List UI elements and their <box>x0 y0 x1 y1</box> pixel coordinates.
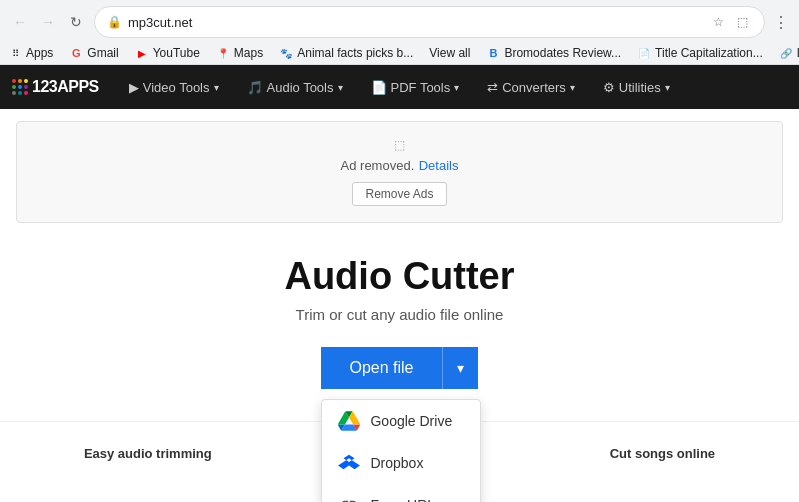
bookmarks-bar: ⠿ Apps G Gmail ▶ YouTube 📍 Maps 🐾 Animal… <box>0 44 799 64</box>
titlecap-favicon: 📄 <box>637 46 651 60</box>
bookmark-animal-label: Animal facts picks b... <box>297 46 413 60</box>
bookmark-youtube[interactable]: ▶ YouTube <box>135 46 200 60</box>
logo-dot-1 <box>12 79 16 83</box>
back-button[interactable]: ← <box>8 10 32 34</box>
bookmark-viewall-label: View all <box>429 46 470 60</box>
bookmark-title-cap[interactable]: 📄 Title Capitalization... <box>637 46 763 60</box>
logo-dot-7 <box>12 91 16 95</box>
bookmark-gmail-label: Gmail <box>87 46 118 60</box>
url-text: mp3cut.net <box>128 15 702 30</box>
remove-ads-button[interactable]: Remove Ads <box>352 182 446 206</box>
bookmark-lesbian-sugar[interactable]: 🔗 Lesbian Sugar Mom... <box>779 46 799 60</box>
address-bar-actions: ☆ ⬚ <box>708 12 752 32</box>
utilities-icon: ⚙ <box>603 80 615 95</box>
bookmark-apps-label: Apps <box>26 46 53 60</box>
bookmark-gmail[interactable]: G Gmail <box>69 46 118 60</box>
logo-dot-8 <box>18 91 22 95</box>
hero-subtitle: Trim or cut any audio file online <box>16 306 783 323</box>
pdf-icon: 📄 <box>371 80 387 95</box>
cast-button[interactable]: ⬚ <box>732 12 752 32</box>
open-file-wrapper: Open file ▾ <box>321 347 477 389</box>
hero-title: Audio Cutter <box>16 255 783 298</box>
refresh-button[interactable]: ↻ <box>64 10 88 34</box>
open-file-btn-group: Open file ▾ <box>321 347 477 389</box>
nav-pdf-tools[interactable]: 📄 PDF Tools ▾ <box>365 76 466 99</box>
logo-dot-9 <box>24 91 28 95</box>
nav-converters[interactable]: ⇄ Converters ▾ <box>481 76 581 99</box>
bookmark-bromodates-label: Bromodates Review... <box>504 46 621 60</box>
youtube-favicon: ▶ <box>135 46 149 60</box>
hero-section: Audio Cutter Trim or cut any audio file … <box>0 235 799 389</box>
logo-dots <box>12 79 28 95</box>
feature-easy-trimming: Easy audio trimming <box>68 446 228 461</box>
bookmark-titlecap-label: Title Capitalization... <box>655 46 763 60</box>
nav-video-label: Video Tools <box>143 80 210 95</box>
pdf-chevron-icon: ▾ <box>454 82 459 93</box>
converters-chevron-icon: ▾ <box>570 82 575 93</box>
logo-dot-3 <box>24 79 28 83</box>
ad-removed-row: Ad removed. Details <box>341 156 459 174</box>
gmail-favicon: G <box>69 46 83 60</box>
app-navbar: 123APPS ▶ Video Tools ▾ 🎵 Audio Tools ▾ … <box>0 65 799 109</box>
google-drive-icon <box>338 410 360 432</box>
audio-chevron-icon: ▾ <box>338 82 343 93</box>
browser-toolbar: ← → ↻ 🔒 mp3cut.net ☆ ⬚ ⋮ <box>0 0 799 44</box>
dropbox-label: Dropbox <box>370 455 423 471</box>
lesbiansugar-favicon: 🔗 <box>779 46 793 60</box>
bookmark-maps-label: Maps <box>234 46 263 60</box>
main-content: ⬚ Ad removed. Details Remove Ads Audio C… <box>0 121 799 461</box>
open-file-dropdown-button[interactable]: ▾ <box>443 347 478 389</box>
open-file-button[interactable]: Open file <box>321 347 442 389</box>
video-chevron-icon: ▾ <box>214 82 219 93</box>
nav-video-tools[interactable]: ▶ Video Tools ▾ <box>123 76 225 99</box>
ad-banner: ⬚ Ad removed. Details Remove Ads <box>16 121 783 223</box>
ad-details-link[interactable]: Details <box>419 158 459 173</box>
nav-buttons: ← → ↻ <box>8 10 88 34</box>
animal-facts-favicon: 🐾 <box>279 46 293 60</box>
app-logo[interactable]: 123APPS <box>12 78 99 96</box>
ad-removed-text: Ad removed. <box>341 158 415 173</box>
nav-utilities[interactable]: ⚙ Utilities ▾ <box>597 76 676 99</box>
feature-cut-songs: Cut songs online <box>594 446 731 461</box>
apps-grid-icon: ⠿ <box>8 46 22 60</box>
forward-button[interactable]: → <box>36 10 60 34</box>
extensions-button[interactable]: ⋮ <box>771 12 791 32</box>
bookmark-view-all[interactable]: View all <box>429 46 470 60</box>
chevron-down-icon: ▾ <box>457 360 464 376</box>
feature-1-label: Easy audio trimming <box>84 446 212 461</box>
converters-icon: ⇄ <box>487 80 498 95</box>
video-icon: ▶ <box>129 80 139 95</box>
bookmark-maps[interactable]: 📍 Maps <box>216 46 263 60</box>
bookmark-star-button[interactable]: ☆ <box>708 12 728 32</box>
logo-text: 123APPS <box>32 78 99 96</box>
bookmark-animal-facts[interactable]: 🐾 Animal facts picks b... <box>279 46 413 60</box>
utilities-chevron-icon: ▾ <box>665 82 670 93</box>
audio-icon: 🎵 <box>247 80 263 95</box>
nav-audio-tools[interactable]: 🎵 Audio Tools ▾ <box>241 76 349 99</box>
logo-dot-4 <box>12 85 16 89</box>
dropdown-google-drive[interactable]: Google Drive <box>322 400 480 442</box>
nav-converters-label: Converters <box>502 80 566 95</box>
browser-chrome: ← → ↻ 🔒 mp3cut.net ☆ ⬚ ⋮ ⠿ Apps G Gmail … <box>0 0 799 65</box>
google-drive-label: Google Drive <box>370 413 452 429</box>
secure-icon: 🔒 <box>107 15 122 29</box>
dropdown-dropbox[interactable]: Dropbox <box>322 442 480 484</box>
maps-favicon: 📍 <box>216 46 230 60</box>
bookmark-youtube-label: YouTube <box>153 46 200 60</box>
nav-audio-label: Audio Tools <box>267 80 334 95</box>
bookmark-bromodates[interactable]: B Bromodates Review... <box>486 46 621 60</box>
ad-icon: ⬚ <box>394 138 405 152</box>
dropdown-from-url[interactable]: From URL <box>322 484 480 502</box>
logo-dot-5 <box>18 85 22 89</box>
feature-3-label: Cut songs online <box>610 446 715 461</box>
logo-dot-6 <box>24 85 28 89</box>
bookmark-apps[interactable]: ⠿ Apps <box>8 46 53 60</box>
url-icon <box>338 494 360 502</box>
logo-dot-2 <box>18 79 22 83</box>
nav-pdf-label: PDF Tools <box>391 80 451 95</box>
nav-utilities-label: Utilities <box>619 80 661 95</box>
address-bar[interactable]: 🔒 mp3cut.net ☆ ⬚ <box>94 6 765 38</box>
dropbox-icon <box>338 452 360 474</box>
bromodates-favicon: B <box>486 46 500 60</box>
from-url-label: From URL <box>370 497 435 502</box>
